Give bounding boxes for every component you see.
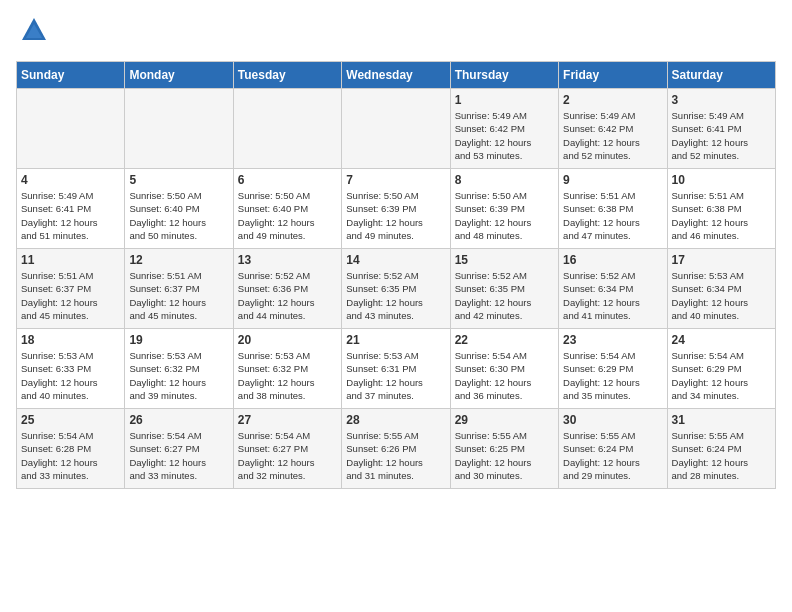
- day-number: 17: [672, 253, 771, 267]
- day-info: Sunrise: 5:49 AM Sunset: 6:41 PM Dayligh…: [672, 109, 771, 162]
- calendar-cell: 17Sunrise: 5:53 AM Sunset: 6:34 PM Dayli…: [667, 249, 775, 329]
- calendar-cell: 15Sunrise: 5:52 AM Sunset: 6:35 PM Dayli…: [450, 249, 558, 329]
- day-info: Sunrise: 5:53 AM Sunset: 6:32 PM Dayligh…: [238, 349, 337, 402]
- day-number: 3: [672, 93, 771, 107]
- day-info: Sunrise: 5:52 AM Sunset: 6:35 PM Dayligh…: [346, 269, 445, 322]
- day-info: Sunrise: 5:49 AM Sunset: 6:42 PM Dayligh…: [455, 109, 554, 162]
- day-number: 15: [455, 253, 554, 267]
- day-number: 23: [563, 333, 662, 347]
- column-header-thursday: Thursday: [450, 62, 558, 89]
- day-info: Sunrise: 5:53 AM Sunset: 6:31 PM Dayligh…: [346, 349, 445, 402]
- day-info: Sunrise: 5:49 AM Sunset: 6:42 PM Dayligh…: [563, 109, 662, 162]
- calendar-cell: 8Sunrise: 5:50 AM Sunset: 6:39 PM Daylig…: [450, 169, 558, 249]
- day-number: 2: [563, 93, 662, 107]
- day-info: Sunrise: 5:53 AM Sunset: 6:33 PM Dayligh…: [21, 349, 120, 402]
- calendar-cell: 22Sunrise: 5:54 AM Sunset: 6:30 PM Dayli…: [450, 329, 558, 409]
- day-number: 29: [455, 413, 554, 427]
- day-info: Sunrise: 5:50 AM Sunset: 6:39 PM Dayligh…: [455, 189, 554, 242]
- calendar-cell: 5Sunrise: 5:50 AM Sunset: 6:40 PM Daylig…: [125, 169, 233, 249]
- day-number: 25: [21, 413, 120, 427]
- calendar-cell: 10Sunrise: 5:51 AM Sunset: 6:38 PM Dayli…: [667, 169, 775, 249]
- column-header-wednesday: Wednesday: [342, 62, 450, 89]
- day-number: 16: [563, 253, 662, 267]
- day-number: 4: [21, 173, 120, 187]
- day-number: 6: [238, 173, 337, 187]
- day-number: 8: [455, 173, 554, 187]
- day-number: 30: [563, 413, 662, 427]
- calendar-cell: 11Sunrise: 5:51 AM Sunset: 6:37 PM Dayli…: [17, 249, 125, 329]
- day-info: Sunrise: 5:55 AM Sunset: 6:25 PM Dayligh…: [455, 429, 554, 482]
- calendar-header-row: SundayMondayTuesdayWednesdayThursdayFrid…: [17, 62, 776, 89]
- day-number: 28: [346, 413, 445, 427]
- day-info: Sunrise: 5:54 AM Sunset: 6:29 PM Dayligh…: [672, 349, 771, 402]
- day-number: 13: [238, 253, 337, 267]
- calendar-cell: 26Sunrise: 5:54 AM Sunset: 6:27 PM Dayli…: [125, 409, 233, 489]
- day-info: Sunrise: 5:54 AM Sunset: 6:27 PM Dayligh…: [238, 429, 337, 482]
- day-number: 10: [672, 173, 771, 187]
- calendar-cell: 30Sunrise: 5:55 AM Sunset: 6:24 PM Dayli…: [559, 409, 667, 489]
- day-info: Sunrise: 5:49 AM Sunset: 6:41 PM Dayligh…: [21, 189, 120, 242]
- day-number: 12: [129, 253, 228, 267]
- calendar-week-row: 18Sunrise: 5:53 AM Sunset: 6:33 PM Dayli…: [17, 329, 776, 409]
- day-info: Sunrise: 5:53 AM Sunset: 6:34 PM Dayligh…: [672, 269, 771, 322]
- day-number: 1: [455, 93, 554, 107]
- column-header-tuesday: Tuesday: [233, 62, 341, 89]
- day-info: Sunrise: 5:51 AM Sunset: 6:37 PM Dayligh…: [21, 269, 120, 322]
- calendar-week-row: 11Sunrise: 5:51 AM Sunset: 6:37 PM Dayli…: [17, 249, 776, 329]
- calendar-cell: 14Sunrise: 5:52 AM Sunset: 6:35 PM Dayli…: [342, 249, 450, 329]
- calendar-cell: 20Sunrise: 5:53 AM Sunset: 6:32 PM Dayli…: [233, 329, 341, 409]
- day-info: Sunrise: 5:54 AM Sunset: 6:30 PM Dayligh…: [455, 349, 554, 402]
- calendar-table: SundayMondayTuesdayWednesdayThursdayFrid…: [16, 61, 776, 489]
- column-header-sunday: Sunday: [17, 62, 125, 89]
- calendar-cell: 31Sunrise: 5:55 AM Sunset: 6:24 PM Dayli…: [667, 409, 775, 489]
- day-number: 20: [238, 333, 337, 347]
- page-header: [16, 16, 776, 49]
- calendar-cell: 7Sunrise: 5:50 AM Sunset: 6:39 PM Daylig…: [342, 169, 450, 249]
- calendar-cell: [125, 89, 233, 169]
- day-number: 26: [129, 413, 228, 427]
- calendar-cell: 13Sunrise: 5:52 AM Sunset: 6:36 PM Dayli…: [233, 249, 341, 329]
- calendar-cell: 4Sunrise: 5:49 AM Sunset: 6:41 PM Daylig…: [17, 169, 125, 249]
- day-number: 7: [346, 173, 445, 187]
- day-info: Sunrise: 5:50 AM Sunset: 6:40 PM Dayligh…: [129, 189, 228, 242]
- calendar-week-row: 4Sunrise: 5:49 AM Sunset: 6:41 PM Daylig…: [17, 169, 776, 249]
- calendar-cell: 2Sunrise: 5:49 AM Sunset: 6:42 PM Daylig…: [559, 89, 667, 169]
- calendar-cell: 25Sunrise: 5:54 AM Sunset: 6:28 PM Dayli…: [17, 409, 125, 489]
- column-header-saturday: Saturday: [667, 62, 775, 89]
- day-info: Sunrise: 5:50 AM Sunset: 6:40 PM Dayligh…: [238, 189, 337, 242]
- day-number: 24: [672, 333, 771, 347]
- logo: [16, 16, 48, 49]
- day-info: Sunrise: 5:54 AM Sunset: 6:27 PM Dayligh…: [129, 429, 228, 482]
- column-header-monday: Monday: [125, 62, 233, 89]
- calendar-week-row: 1Sunrise: 5:49 AM Sunset: 6:42 PM Daylig…: [17, 89, 776, 169]
- calendar-cell: 21Sunrise: 5:53 AM Sunset: 6:31 PM Dayli…: [342, 329, 450, 409]
- day-number: 18: [21, 333, 120, 347]
- day-info: Sunrise: 5:52 AM Sunset: 6:35 PM Dayligh…: [455, 269, 554, 322]
- day-info: Sunrise: 5:52 AM Sunset: 6:34 PM Dayligh…: [563, 269, 662, 322]
- logo-icon: [20, 16, 48, 44]
- day-number: 5: [129, 173, 228, 187]
- day-number: 22: [455, 333, 554, 347]
- day-number: 19: [129, 333, 228, 347]
- calendar-cell: 18Sunrise: 5:53 AM Sunset: 6:33 PM Dayli…: [17, 329, 125, 409]
- calendar-cell: 16Sunrise: 5:52 AM Sunset: 6:34 PM Dayli…: [559, 249, 667, 329]
- calendar-cell: [342, 89, 450, 169]
- day-number: 11: [21, 253, 120, 267]
- calendar-cell: 28Sunrise: 5:55 AM Sunset: 6:26 PM Dayli…: [342, 409, 450, 489]
- day-info: Sunrise: 5:55 AM Sunset: 6:26 PM Dayligh…: [346, 429, 445, 482]
- day-info: Sunrise: 5:51 AM Sunset: 6:37 PM Dayligh…: [129, 269, 228, 322]
- calendar-cell: 23Sunrise: 5:54 AM Sunset: 6:29 PM Dayli…: [559, 329, 667, 409]
- calendar-cell: 24Sunrise: 5:54 AM Sunset: 6:29 PM Dayli…: [667, 329, 775, 409]
- day-info: Sunrise: 5:53 AM Sunset: 6:32 PM Dayligh…: [129, 349, 228, 402]
- day-info: Sunrise: 5:55 AM Sunset: 6:24 PM Dayligh…: [672, 429, 771, 482]
- day-number: 9: [563, 173, 662, 187]
- day-number: 21: [346, 333, 445, 347]
- day-info: Sunrise: 5:51 AM Sunset: 6:38 PM Dayligh…: [672, 189, 771, 242]
- calendar-cell: 6Sunrise: 5:50 AM Sunset: 6:40 PM Daylig…: [233, 169, 341, 249]
- day-info: Sunrise: 5:54 AM Sunset: 6:28 PM Dayligh…: [21, 429, 120, 482]
- calendar-cell: 1Sunrise: 5:49 AM Sunset: 6:42 PM Daylig…: [450, 89, 558, 169]
- calendar-cell: 19Sunrise: 5:53 AM Sunset: 6:32 PM Dayli…: [125, 329, 233, 409]
- day-info: Sunrise: 5:51 AM Sunset: 6:38 PM Dayligh…: [563, 189, 662, 242]
- day-info: Sunrise: 5:52 AM Sunset: 6:36 PM Dayligh…: [238, 269, 337, 322]
- day-info: Sunrise: 5:54 AM Sunset: 6:29 PM Dayligh…: [563, 349, 662, 402]
